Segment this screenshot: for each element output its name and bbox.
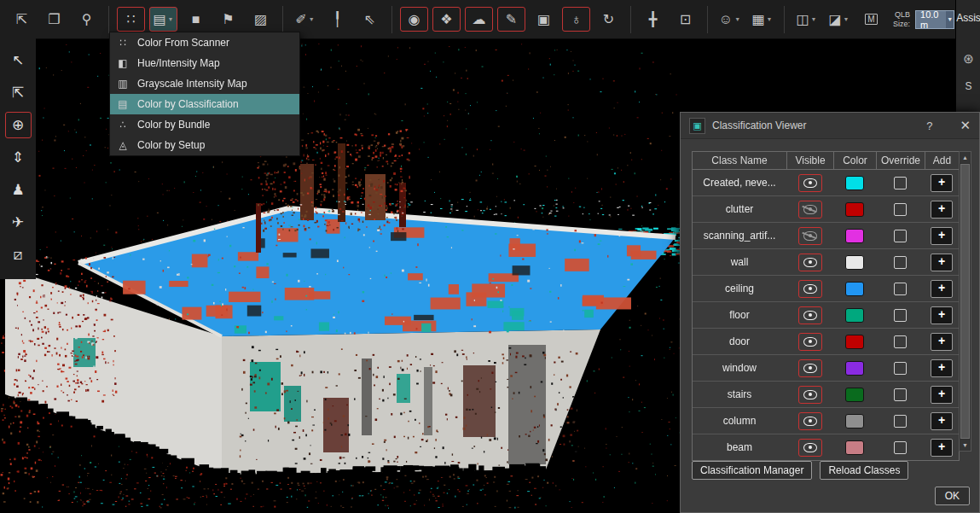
menu-hue-intensity-map[interactable]: ◧ Hue/Intensity Map — [110, 53, 299, 73]
class-color-swatch[interactable] — [845, 361, 864, 376]
move-axes-icon[interactable]: ╋ — [639, 7, 667, 32]
view-cube-icon[interactable]: ◫▼ — [792, 7, 821, 32]
override-checkbox[interactable] — [894, 230, 907, 242]
grid-icon[interactable]: ▦▼ — [748, 7, 776, 32]
override-checkbox[interactable] — [894, 388, 907, 401]
cloud-icon[interactable]: ☁ — [465, 7, 493, 32]
location-pin-icon[interactable]: ♁ — [562, 7, 590, 32]
column-add[interactable]: Add — [925, 152, 959, 169]
class-color-swatch[interactable] — [845, 308, 864, 323]
column-color[interactable]: Color — [833, 152, 876, 169]
visibility-toggle[interactable] — [798, 201, 822, 219]
color-mode-icon[interactable]: ▤▼ — [149, 7, 177, 32]
class-color-swatch[interactable] — [845, 335, 864, 349]
zoom-tool-icon[interactable]: ⚲ — [72, 7, 101, 32]
override-checkbox[interactable] — [894, 309, 907, 322]
image-view-icon[interactable]: ▨ — [246, 7, 275, 32]
table-scrollbar[interactable]: ▲ ▼ — [959, 151, 971, 452]
override-checkbox[interactable] — [894, 335, 907, 348]
menu-color-by-bundle[interactable]: ∴ Color by Bundle — [110, 114, 299, 135]
override-checkbox[interactable] — [894, 256, 907, 269]
menu-color-from-scanner[interactable]: ∷ Color From Scanner — [110, 32, 299, 53]
solid-color-icon[interactable]: ■ — [182, 7, 210, 32]
assistant-icon[interactable]: ⊛ — [963, 51, 974, 67]
wireframe-cube-icon[interactable]: ◪▼ — [825, 7, 853, 32]
help-button[interactable]: ? — [926, 120, 932, 132]
override-checkbox[interactable] — [894, 283, 907, 295]
reload-classes-button[interactable]: Reload Classes — [820, 461, 908, 480]
duplicate-view-icon[interactable]: ❐ — [40, 7, 68, 32]
override-checkbox[interactable] — [894, 415, 907, 428]
override-checkbox[interactable] — [894, 177, 907, 189]
class-color-swatch[interactable] — [845, 229, 864, 243]
column-override[interactable]: Override — [876, 152, 925, 169]
column-visible[interactable]: Visible — [786, 152, 833, 169]
pick-arrow-icon[interactable]: ⇖ — [356, 7, 384, 32]
override-checkbox[interactable] — [894, 362, 907, 375]
scroll-up-icon[interactable]: ▲ — [960, 152, 971, 163]
column-class-name[interactable]: Class Name — [693, 152, 786, 169]
visibility-toggle[interactable] — [798, 333, 822, 351]
add-class-button[interactable]: + — [931, 306, 953, 324]
scroll-down-icon[interactable]: ▼ — [960, 440, 971, 451]
color-from-scanner-icon[interactable]: ∷ — [117, 7, 145, 32]
class-color-swatch[interactable] — [845, 440, 864, 455]
classification-manager-button[interactable]: Classification Manager — [692, 461, 812, 480]
add-class-button[interactable]: + — [931, 439, 953, 457]
close-button[interactable]: ✕ — [960, 118, 971, 133]
mesh-cube-icon[interactable]: M — [857, 7, 885, 32]
assistant-tab-label[interactable]: S — [965, 80, 971, 92]
add-class-button[interactable]: + — [931, 386, 953, 404]
rotate-icon[interactable]: ↻ — [594, 7, 623, 32]
fly-tool-icon[interactable]: ✈ — [5, 209, 32, 236]
visibility-toggle[interactable] — [798, 359, 822, 377]
add-class-button[interactable]: + — [931, 333, 953, 351]
add-class-button[interactable]: + — [931, 254, 953, 271]
visibility-toggle[interactable] — [798, 254, 822, 271]
class-color-swatch[interactable] — [845, 202, 864, 217]
add-class-button[interactable]: + — [931, 174, 953, 192]
class-color-swatch[interactable] — [845, 414, 864, 428]
menu-color-by-setup[interactable]: ◬ Color by Setup — [110, 135, 299, 155]
scrollbar-thumb[interactable] — [960, 164, 970, 439]
add-class-button[interactable]: + — [931, 412, 953, 430]
class-color-swatch[interactable] — [845, 388, 864, 402]
orbit-tool-icon[interactable]: ⊕ — [5, 112, 32, 138]
select-pointer-icon[interactable]: ↖ — [5, 47, 32, 73]
tag-icon[interactable]: ❖ — [432, 7, 461, 32]
clip-box-icon[interactable]: ⧄ — [5, 242, 32, 268]
visibility-toggle[interactable] — [798, 280, 822, 298]
pan-elevation-icon[interactable]: ⇕ — [5, 144, 32, 171]
qlb-size-select[interactable]: 10.0 m ▼ — [915, 10, 954, 29]
add-class-button[interactable]: + — [931, 280, 953, 298]
people-icon[interactable]: ☺▼ — [716, 7, 744, 32]
box-transform-icon[interactable]: ⊡ — [671, 7, 699, 32]
menu-color-by-classification[interactable]: ▤ Color by Classification — [110, 94, 299, 114]
visibility-toggle[interactable] — [798, 227, 822, 245]
visibility-toggle[interactable] — [798, 306, 822, 324]
marker-pen-icon-glyph: ✎ — [506, 11, 517, 27]
override-checkbox[interactable] — [894, 203, 907, 216]
thermometer-icon[interactable]: ╿ — [323, 7, 351, 32]
pick-point-icon[interactable]: ⇱ — [5, 79, 32, 106]
override-checkbox[interactable] — [894, 441, 907, 454]
visibility-toggle[interactable] — [798, 174, 822, 192]
add-class-button[interactable]: + — [931, 201, 953, 219]
class-color-swatch[interactable] — [845, 255, 864, 270]
walkthrough-icon[interactable]: ♟ — [5, 177, 32, 203]
import-scan-icon[interactable]: ⇱ — [8, 7, 36, 32]
menu-grayscale-intensity-map[interactable]: ▥ Grayscale Intensity Map — [110, 73, 299, 94]
ok-button[interactable]: OK — [935, 487, 970, 505]
marker-pen-icon[interactable]: ✎ — [497, 7, 525, 32]
visibility-toggle[interactable] — [798, 412, 822, 430]
class-color-swatch[interactable] — [845, 176, 864, 190]
add-class-button[interactable]: + — [931, 359, 953, 377]
measure-tool-icon[interactable]: ✐▼ — [291, 7, 319, 32]
target-icon[interactable]: ◉ — [400, 7, 428, 32]
camera-icon[interactable]: ▣ — [530, 7, 558, 32]
class-color-swatch[interactable] — [845, 282, 864, 296]
visibility-toggle[interactable] — [798, 386, 822, 404]
add-class-button[interactable]: + — [931, 227, 953, 245]
panorama-icon[interactable]: ⚑ — [214, 7, 242, 32]
visibility-toggle[interactable] — [798, 439, 822, 457]
